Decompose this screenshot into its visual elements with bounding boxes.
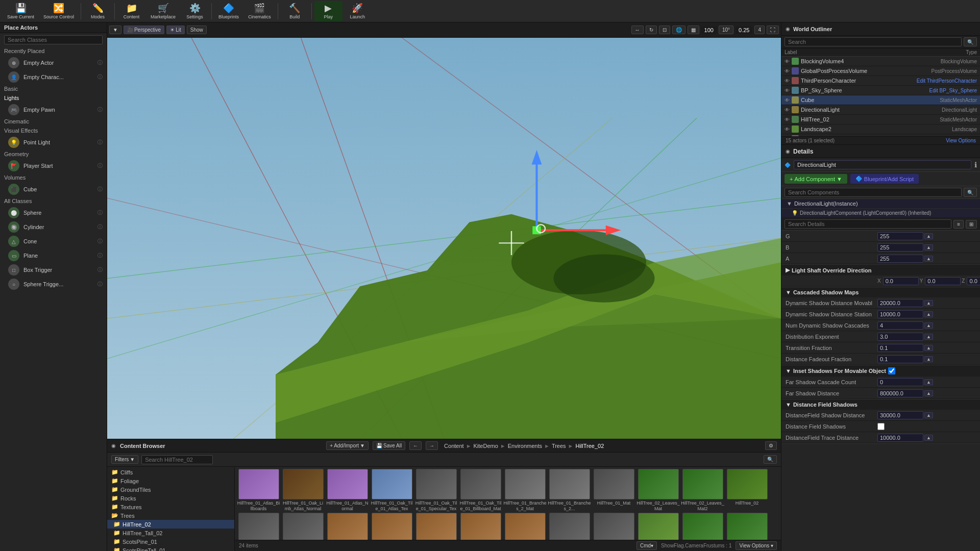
content-item[interactable]: T_HillTree_Billboard_SSS [725, 513, 769, 540]
place-item-empty-charac[interactable]: 👤 Empty Charac... ⓘ [0, 70, 107, 84]
visibility-icon[interactable]: 👁 [785, 78, 790, 84]
tree-item-textures[interactable]: 📁 Textures [107, 503, 234, 511]
search-details-input[interactable] [785, 219, 951, 229]
tree-item-cliffs[interactable]: 📁 Cliffs [107, 468, 234, 477]
nav-forward-button[interactable]: → [426, 441, 438, 450]
content-item[interactable]: M_Custom_Depth_Billboard_Inst [281, 513, 325, 540]
dyn-shadow-movable-input[interactable] [877, 299, 923, 307]
cmd-button[interactable]: Cmd▾ [636, 541, 657, 550]
place-item-cube[interactable]: ⬛ Cube ⓘ [0, 182, 107, 196]
outliner-row-postprocess[interactable]: 👁 GlobalPostProcessVolume PostProcessVol… [781, 66, 980, 76]
translate-button[interactable]: ↔ [631, 26, 644, 34]
world-local-button[interactable]: 🌐 [672, 26, 685, 34]
light-shaft-y-input[interactable] [925, 277, 961, 285]
actor-name-input[interactable] [794, 160, 971, 169]
visibility-icon[interactable]: 👁 [785, 117, 790, 122]
details-filter-button[interactable]: ⊞ [966, 220, 977, 229]
search-components-input[interactable] [785, 188, 962, 197]
play-button[interactable]: ▶ Play [314, 1, 342, 21]
place-item-cone[interactable]: △ Cone ⓘ [0, 234, 107, 248]
num-cascade-spin[interactable]: ▲ [924, 322, 933, 329]
blueprint-add-script-button[interactable]: 🔷 Blueprint/Add Script [850, 174, 919, 184]
components-search-button[interactable]: 🔍 [964, 188, 977, 197]
content-item[interactable]: HillTree_01_Atlas_Normal [326, 469, 369, 512]
dyn-shadow-station-spin[interactable]: ▲ [924, 311, 933, 317]
category-volumes[interactable]: Volumes [0, 173, 107, 182]
place-item-plane[interactable]: ▭ Plane ⓘ [0, 248, 107, 263]
visibility-icon[interactable]: 👁 [785, 127, 790, 132]
content-item[interactable]: HillTree_01_Branches_2... [548, 469, 591, 512]
category-geometry[interactable]: Geometry [0, 149, 107, 159]
place-item-cylinder[interactable]: 🔘 Cylinder ⓘ [0, 220, 107, 234]
outliner-row-directional-light[interactable]: 👁 DirectionalLight DirectionalLight [781, 105, 980, 115]
modes-button[interactable]: ✏️ Modes [84, 1, 112, 21]
tree-item-hilltree-tall[interactable]: 📁 HillTree_Tall_02 [107, 529, 234, 537]
cb-settings-button[interactable]: ⚙ [765, 441, 777, 450]
color-a-spin[interactable]: ▲ [924, 256, 933, 262]
place-item-point-light[interactable]: 💡 Point Light ⓘ [0, 135, 107, 149]
grid-button[interactable]: ▦ [688, 26, 699, 34]
details-view-button[interactable]: ≡ [953, 220, 964, 229]
launch-button[interactable]: 🚀 Launch [344, 1, 372, 21]
source-control-button[interactable]: 🔀 Source Control [39, 1, 78, 21]
dyn-shadow-movable-spin[interactable]: ▲ [924, 300, 933, 306]
tree-item-scotspine[interactable]: 📁 ScotsPine_01 [107, 537, 234, 546]
dfs-header[interactable]: ▼ Distance Field Shadows [781, 399, 980, 410]
tree-item-foliage[interactable]: 📁 Foliage [107, 477, 234, 485]
dyn-shadow-station-input[interactable] [877, 310, 923, 318]
build-button[interactable]: 🔨 Build [281, 1, 309, 21]
visibility-icon[interactable]: 👁 [785, 59, 790, 64]
light-shaft-header[interactable]: ▶ Light Shaft Override Direction [781, 265, 980, 276]
content-item[interactable]: HillTree_02_Leaves_Mat [636, 469, 680, 512]
content-item[interactable]: HillTree_02_Leaves_Mat2 [681, 469, 724, 512]
category-basic[interactable]: Basic [0, 84, 107, 93]
place-item-sphere-trigger[interactable]: ○ Sphere Trigge... ⓘ [0, 277, 107, 291]
content-item[interactable]: T_Craghead_Oak_Limb_Tile_02_D [326, 513, 369, 540]
content-item[interactable]: HillTree_01_Oak_Tile_01_Atlas_Tex [370, 469, 413, 512]
place-item-empty-actor[interactable]: ⊕ Empty Actor ⓘ [0, 56, 107, 70]
content-item[interactable]: HillTree_01_Mat [592, 469, 635, 512]
far-shadow-dist-input[interactable] [877, 389, 923, 397]
dfs-distance-spin[interactable]: ▲ [924, 412, 933, 418]
inset-shadows-checkbox[interactable] [888, 367, 895, 374]
dfs-distance-input[interactable] [877, 411, 923, 419]
tree-item-groundtiles[interactable]: 📁 GroundTiles [107, 485, 234, 494]
csm-header[interactable]: ▼ Cascaded Shadow Maps [781, 287, 980, 297]
content-item[interactable]: T_HillTree_Billboard_01_2 [636, 513, 680, 540]
content-item[interactable]: M_Custom_Depth_Billboard [237, 513, 280, 540]
inset-shadows-header[interactable]: ▼ Inset Shadows For Movable Object [781, 365, 980, 377]
content-item[interactable]: T_Craghead_Oak_Limb_D_Tex [414, 513, 458, 540]
category-lights[interactable]: Lights [0, 93, 107, 103]
cb-search-button[interactable]: 🔍 [764, 455, 777, 464]
scale-button[interactable]: ⊡ [659, 26, 670, 34]
content-item[interactable]: HillTree_01_Branches_2_Mat [503, 469, 547, 512]
dfs-trace-spin[interactable]: ▲ [924, 435, 933, 441]
place-item-empty-pawn[interactable]: 🎮 Empty Pawn ⓘ [0, 103, 107, 117]
color-b-spin[interactable]: ▲ [924, 244, 933, 251]
content-item[interactable]: T_Craghead_Oak_Limb_Tile_02_N [370, 513, 413, 540]
dfs-trace-input[interactable] [877, 434, 923, 442]
far-shadow-count-input[interactable] [877, 378, 923, 386]
tree-item-hilltree02[interactable]: 📁 HillTree_02 [107, 520, 234, 529]
color-a-input[interactable] [877, 255, 923, 263]
place-item-player-start[interactable]: 🚩 Player Start ⓘ [0, 159, 107, 173]
actor-info-button[interactable]: ℹ [974, 161, 977, 169]
nav-back-button[interactable]: ← [409, 441, 422, 450]
cb-search-input[interactable] [141, 455, 213, 464]
num-cascade-input[interactable] [877, 321, 923, 330]
place-item-box-trigger[interactable]: □ Box Trigger ⓘ [0, 263, 107, 277]
content-item[interactable]: T_Craghead_Oak_Limb_N_Tex [459, 513, 502, 540]
rotate-button[interactable]: ↻ [646, 26, 657, 34]
content-item[interactable]: T_HillTree_Billboard_01_S [681, 513, 724, 540]
save-current-button[interactable]: 💾 Save Current [3, 1, 38, 21]
dist-fadeout-input[interactable] [877, 355, 923, 363]
far-shadow-dist-spin[interactable]: ▲ [924, 390, 933, 396]
visibility-icon[interactable]: 👁 [785, 68, 790, 74]
blueprints-button[interactable]: 🔷 Blueprints [214, 1, 243, 21]
transition-frac-input[interactable] [877, 344, 923, 352]
settings-button[interactable]: ⚙️ Settings [181, 1, 209, 21]
content-item[interactable]: HillTree_02 [725, 469, 769, 512]
perspective-button[interactable]: 🎥 Perspective [124, 26, 164, 34]
viewport-options-button[interactable]: ▼ [109, 26, 121, 34]
transition-frac-spin[interactable]: ▲ [924, 345, 933, 351]
